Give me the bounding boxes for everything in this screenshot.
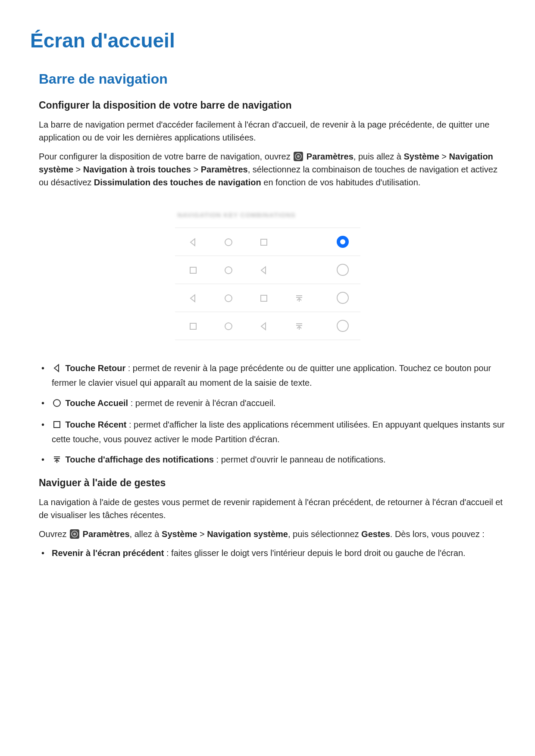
figure-blurred-label: NAVIGATION KEY COMBINATIONS [178, 210, 360, 220]
configure-intro: La barre de navigation permet d'accéder … [39, 118, 505, 144]
notification-pull-icon [281, 321, 316, 331]
nav-buttons-list: Touche Retour : permet de revenir à la p… [30, 362, 505, 468]
section-heading: Barre de navigation [39, 69, 505, 89]
gestures-intro: La navigation à l'aide de gestes vous pe… [39, 496, 505, 522]
gestures-list: Revenir à l'écran précédent : faites gli… [30, 547, 505, 560]
configure-heading: Configurer la disposition de votre barre… [39, 98, 505, 113]
back-icon [246, 321, 281, 331]
list-item-gesture-back: Revenir à l'écran précédent : faites gli… [39, 547, 505, 560]
back-icon [175, 293, 210, 303]
settings-app-icon [294, 152, 303, 161]
recent-icon [246, 293, 281, 303]
nav-combinations-figure: NAVIGATION KEY COMBINATIONS [175, 210, 360, 341]
back-icon [246, 265, 281, 275]
nav-option-row-1[interactable] [175, 228, 360, 256]
home-icon [210, 293, 246, 303]
list-item-recent: Touche Récent : permet d'afficher la lis… [39, 418, 505, 446]
gestures-path: Ouvrez Paramètres, allez à Système > Nav… [39, 528, 505, 540]
recent-icon [175, 321, 210, 331]
radio-unselected[interactable] [337, 264, 349, 276]
page-title: Écran d'accueil [30, 26, 505, 56]
home-icon [210, 265, 246, 275]
radio-unselected[interactable] [337, 292, 349, 304]
list-item-notifications: Touche d'affichage des notifications : p… [39, 453, 505, 468]
back-icon [52, 363, 61, 376]
home-icon [210, 321, 246, 331]
settings-app-icon [70, 529, 79, 539]
radio-unselected[interactable] [337, 320, 349, 332]
configure-path: Pour configurer la disposition de votre … [39, 150, 505, 189]
gestures-heading: Naviguer à l'aide de gestes [39, 475, 505, 490]
notification-pull-icon [281, 293, 316, 303]
home-icon [52, 398, 61, 411]
recent-icon [246, 237, 281, 247]
list-item-home: Touche Accueil : permet de revenir à l'é… [39, 397, 505, 411]
radio-selected[interactable] [337, 236, 349, 248]
nav-option-row-4[interactable] [175, 312, 360, 340]
back-icon [175, 237, 210, 247]
nav-option-row-2[interactable] [175, 256, 360, 284]
recent-icon [175, 265, 210, 275]
recent-icon [52, 419, 61, 433]
notification-pull-icon [52, 454, 61, 468]
home-icon [210, 237, 246, 247]
nav-option-row-3[interactable] [175, 284, 360, 312]
list-item-back: Touche Retour : permet de revenir à la p… [39, 362, 505, 390]
